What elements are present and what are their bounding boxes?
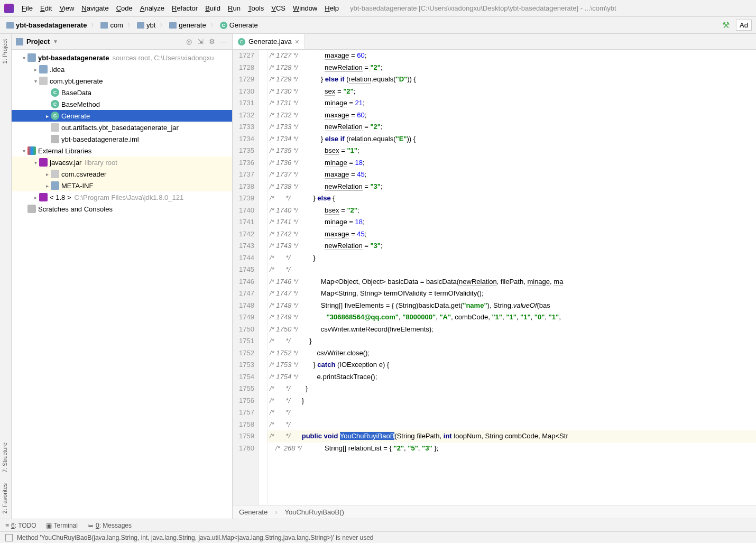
code-line[interactable]: /* 1738 */ newRelation = "3"; (268, 181, 756, 193)
nav-crumb-3[interactable]: generate (167, 20, 208, 30)
line-number[interactable]: 1727 (233, 50, 254, 62)
terminal-tool-button[interactable]: ▣Terminal (46, 522, 78, 529)
code-line[interactable]: /* 1753 */ } catch (IOException e) { (268, 359, 756, 371)
code-line[interactable]: /* 1752 */ csvWriter.close(); (268, 347, 756, 360)
line-number[interactable]: 1737 (233, 169, 254, 181)
breadcrumb-class[interactable]: Generate (239, 508, 268, 516)
menu-item-help[interactable]: Help (321, 3, 343, 14)
line-number[interactable]: 1734 (233, 133, 254, 145)
menu-item-build[interactable]: Build (201, 3, 224, 14)
tree-node-1[interactable]: ▸.idea (12, 63, 232, 75)
line-number[interactable]: 1750 (233, 324, 254, 336)
code-line[interactable]: /* 1747 */ Map<String, String> termOfVal… (268, 288, 756, 300)
code-line[interactable]: /* 1749 */ "306868564@qq.com", "8000000"… (268, 311, 756, 324)
chevron-right-icon[interactable]: ▸ (43, 171, 51, 177)
chevron-down-icon[interactable]: ▾ (32, 78, 39, 84)
code-line[interactable]: /* 1741 */ minage = 18; (268, 216, 756, 228)
tree-node-8[interactable]: ▾External Libraries (12, 145, 232, 157)
line-number[interactable]: 1736 (233, 157, 254, 169)
menu-item-window[interactable]: Window (289, 3, 321, 14)
line-number[interactable]: 1746 (233, 276, 254, 288)
line-number[interactable]: 1744 (233, 252, 254, 264)
code-line[interactable]: /* */ (268, 264, 756, 276)
line-number[interactable]: 1742 (233, 228, 254, 241)
code-line[interactable]: /* 1727 */ maxage = 60; (268, 50, 756, 62)
line-number[interactable]: 1751 (233, 335, 254, 347)
hide-icon[interactable]: — (219, 38, 228, 46)
line-number[interactable]: 1729 (233, 73, 254, 86)
project-tool-tab[interactable]: 1: Project (0, 34, 11, 69)
code-line[interactable]: /* 1728 */ newRelation = "2"; (268, 62, 756, 74)
code-line[interactable]: /* 1748 */ String[] fiveElements = { (St… (268, 300, 756, 312)
code-line[interactable]: /* 1743 */ newRelation = "3"; (268, 240, 756, 252)
collapse-icon[interactable]: ⇲ (196, 38, 205, 46)
project-panel-title[interactable]: Project (26, 38, 50, 45)
tree-node-13[interactable]: Scratches and Consoles (12, 203, 232, 215)
tree-node-6[interactable]: out.artifacts.ybt_basedatagenerate_jar (12, 122, 232, 133)
tree-node-12[interactable]: ▸< 1.8 >C:\Program Files\Java\jdk1.8.0_1… (12, 191, 232, 203)
tree-node-5[interactable]: ▸CGenerate (12, 110, 232, 122)
line-number[interactable]: 1745 (233, 264, 254, 276)
line-number[interactable]: 1732 (233, 109, 254, 122)
status-icon[interactable] (5, 534, 13, 541)
fold-strip[interactable] (259, 50, 268, 505)
code-line[interactable]: /* 1746 */ Map<Object, Object> basicData… (268, 276, 756, 288)
code-line[interactable]: /* 1750 */ csvWriter.writeRecord(fiveEle… (268, 324, 756, 336)
tree-node-3[interactable]: CBaseData (12, 87, 232, 98)
tree-node-9[interactable]: ▾javacsv.jarlibrary root (12, 157, 232, 168)
code-line[interactable]: /* */ } else { (268, 192, 756, 205)
project-tree[interactable]: ▾ybt-basedatageneratesources root, C:\Us… (12, 50, 232, 519)
menu-item-view[interactable]: View (56, 3, 78, 14)
line-number[interactable]: 1754 (233, 371, 254, 383)
menu-item-file[interactable]: File (18, 3, 36, 14)
chevron-right-icon[interactable]: ▸ (43, 113, 51, 119)
line-number[interactable]: 1730 (233, 86, 254, 98)
code-line[interactable]: /* 268 */ String[] relationList = { "2",… (268, 443, 756, 455)
tree-node-4[interactable]: CBaseMethod (12, 98, 232, 110)
menu-item-refactor[interactable]: Refactor (168, 3, 201, 14)
code-line[interactable]: /* 1742 */ maxage = 45; (268, 228, 756, 241)
code-line[interactable]: /* 1735 */ bsex = "1"; (268, 145, 756, 157)
menu-item-vcs[interactable]: VCS (268, 3, 289, 14)
code-line[interactable]: /* */ (268, 407, 756, 419)
code-line[interactable]: /* 1734 */ } else if (relation.equals("E… (268, 133, 756, 145)
line-number[interactable]: 1728 (233, 62, 254, 74)
menu-item-tools[interactable]: Tools (244, 3, 268, 14)
line-number-gutter[interactable]: 1727172817291730173117321733173417351736… (233, 50, 259, 505)
structure-tool-tab[interactable]: 7: Structure (0, 437, 11, 478)
line-number[interactable]: 1759 (233, 430, 254, 443)
target-icon[interactable]: ◎ (185, 38, 193, 46)
code-line[interactable]: /* 1740 */ bsex = "2"; (268, 205, 756, 217)
line-number[interactable]: 1756 (233, 395, 254, 407)
chevron-down-icon[interactable]: ▾ (32, 160, 39, 165)
build-icon[interactable]: ⚒ (722, 20, 730, 30)
nav-crumb-1[interactable]: com (98, 20, 125, 30)
code-line[interactable]: /* */ (268, 419, 756, 431)
code-line[interactable]: /* 1733 */ newRelation = "2"; (268, 121, 756, 133)
chevron-right-icon[interactable]: ▸ (32, 195, 39, 200)
chevron-down-icon[interactable]: ▾ (20, 148, 27, 154)
line-number[interactable]: 1753 (233, 359, 254, 371)
code-line[interactable]: /* 1732 */ maxage = 60; (268, 109, 756, 122)
line-number[interactable]: 1752 (233, 347, 254, 360)
code-line[interactable]: /* 1736 */ minage = 18; (268, 157, 756, 169)
code-line[interactable]: /* 1730 */ sex = "2"; (268, 86, 756, 98)
line-number[interactable]: 1741 (233, 216, 254, 228)
nav-crumb-4[interactable]: CGenerate (218, 20, 260, 30)
menu-item-code[interactable]: Code (113, 3, 136, 14)
menu-item-edit[interactable]: Edit (36, 3, 56, 14)
chevron-down-icon[interactable]: ▾ (20, 55, 27, 61)
code-content[interactable]: /* 1727 */ maxage = 60;/* 1728 */ newRel… (268, 50, 756, 505)
line-number[interactable]: 1757 (233, 407, 254, 419)
code-line[interactable]: /* 1729 */ } else if (relation.equals("D… (268, 73, 756, 86)
tree-node-2[interactable]: ▾com.ybt.generate (12, 75, 232, 87)
line-number[interactable]: 1758 (233, 419, 254, 431)
nav-crumb-0[interactable]: ybt-basedatagenerate (4, 20, 89, 30)
code-line[interactable]: /* */ } (268, 252, 756, 264)
line-number[interactable]: 1738 (233, 181, 254, 193)
line-number[interactable]: 1740 (233, 205, 254, 217)
line-number[interactable]: 1749 (233, 311, 254, 324)
menu-item-analyze[interactable]: Analyze (136, 3, 168, 14)
tree-node-0[interactable]: ▾ybt-basedatageneratesources root, C:\Us… (12, 52, 232, 63)
menu-item-run[interactable]: Run (224, 3, 244, 14)
